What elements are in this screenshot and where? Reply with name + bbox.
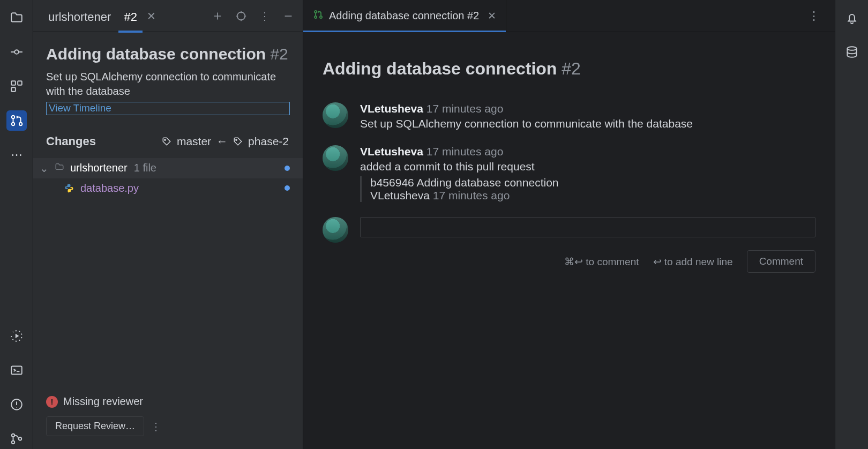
more-icon[interactable]: ⋯: [6, 145, 27, 165]
bell-icon[interactable]: [842, 8, 862, 28]
svg-rect-1: [11, 81, 16, 85]
close-icon[interactable]: ✕: [488, 10, 496, 22]
avatar: [323, 217, 348, 243]
modified-dot-icon: [285, 166, 290, 171]
left-rail: ⋯: [0, 0, 33, 449]
terminal-icon[interactable]: [6, 360, 27, 380]
svg-point-11: [18, 437, 21, 440]
missing-reviewer-notice: ! Missing reviewer: [46, 392, 290, 416]
pr-title-text: Adding database connection: [46, 45, 266, 63]
pull-request-icon: [313, 9, 324, 23]
modified-dot-icon: [285, 185, 290, 191]
sidebar-kebab-icon[interactable]: ⋮: [255, 6, 275, 26]
database-icon[interactable]: [842, 42, 862, 62]
file-count: 1 file: [134, 162, 156, 174]
svg-point-10: [11, 441, 14, 444]
target-icon[interactable]: [231, 6, 251, 26]
comment-input[interactable]: [360, 217, 815, 237]
svg-rect-7: [11, 366, 22, 374]
warning-icon: !: [46, 396, 58, 408]
sidebar-minimize-icon[interactable]: [278, 6, 298, 26]
source-branch: phase-2: [248, 135, 289, 148]
comment-hint: ⌘↩ to comment: [564, 256, 639, 268]
event-author[interactable]: VLetusheva: [360, 145, 423, 158]
newline-hint: ↩ to add new line: [653, 256, 733, 268]
svg-rect-3: [11, 87, 16, 92]
svg-point-4: [11, 116, 14, 118]
problems-icon[interactable]: [6, 394, 27, 415]
tree-file-row[interactable]: database.py: [33, 178, 303, 198]
svg-point-6: [19, 123, 21, 125]
event-body-text: added a commit to this pull request: [360, 160, 815, 173]
event-body-text: Set up SQLAlchemy connection to communic…: [360, 117, 815, 130]
footer-kebab-icon[interactable]: ⋮: [151, 420, 161, 433]
view-timeline-link[interactable]: View Timeline: [46, 102, 290, 115]
pull-request-icon[interactable]: [6, 110, 27, 131]
svg-point-18: [847, 47, 856, 50]
branches-indicator: master ← phase-2: [162, 135, 289, 148]
commit-message: Adding database connection: [416, 176, 558, 189]
avatar: [323, 102, 348, 128]
sidebar-tabs: urlshortener #2 ✕ ⋮: [33, 0, 303, 32]
changes-heading: Changes: [46, 134, 96, 148]
timeline-event: VLetusheva 17 minutes ago Set up SQLAlch…: [323, 102, 815, 130]
svg-point-13: [164, 139, 166, 140]
changes-tree: ⌄ urlshortener 1 file database.py: [33, 158, 303, 198]
pr-description: Set up SQLAlchemy connection to communic…: [46, 70, 290, 99]
structure-icon[interactable]: [6, 76, 27, 96]
svg-point-14: [236, 139, 237, 140]
sidebar-tab-project[interactable]: urlshortener: [43, 2, 116, 31]
run-icon[interactable]: [6, 326, 27, 346]
sidebar-tab-close[interactable]: ✕: [145, 10, 158, 23]
svg-point-9: [11, 434, 14, 437]
editor-tabs-kebab-icon[interactable]: ⋮: [793, 0, 835, 32]
pr-main-title: Adding database connection #2: [323, 59, 815, 79]
folder-name: urlshortener: [70, 162, 128, 174]
commit-reference: b456946 Adding database connection VLetu…: [360, 176, 815, 202]
pr-sidebar: urlshortener #2 ✕ ⋮ Adding database conn…: [33, 0, 303, 449]
svg-point-5: [11, 123, 14, 125]
commit-when: 17 minutes ago: [433, 189, 510, 201]
event-author[interactable]: VLetusheva: [360, 102, 423, 115]
svg-rect-2: [18, 81, 22, 85]
commit-author-link[interactable]: VLetusheva: [370, 189, 430, 201]
pr-title: Adding database connection #2: [46, 44, 290, 64]
sidebar-tab-pr[interactable]: #2: [118, 2, 142, 33]
comment-row: [323, 217, 815, 243]
pr-main-title-number: #2: [562, 59, 581, 78]
file-name: database.py: [80, 182, 139, 194]
tree-folder-row[interactable]: ⌄ urlshortener 1 file: [33, 158, 303, 178]
chevron-down-icon: ⌄: [40, 162, 49, 175]
right-rail: [835, 0, 868, 449]
editor-tab-pr[interactable]: Adding database connection #2 ✕: [303, 0, 506, 32]
editor-tab-label: Adding database connection #2: [329, 10, 479, 22]
pr-main-title-text: Adding database connection: [323, 59, 557, 78]
sidebar-tab-pr-label: #2: [124, 10, 137, 24]
avatar: [323, 145, 348, 171]
svg-point-16: [315, 16, 317, 18]
svg-point-17: [320, 16, 322, 18]
target-branch: master: [177, 135, 211, 148]
tag-icon: [233, 137, 243, 146]
vcs-icon[interactable]: [6, 429, 27, 449]
new-pr-icon[interactable]: [207, 6, 228, 26]
timeline-event: VLetusheva 17 minutes ago added a commit…: [323, 145, 815, 202]
arrow-left-icon: ←: [216, 135, 228, 148]
event-when: 17 minutes ago: [426, 102, 504, 115]
missing-reviewer-text: Missing reviewer: [63, 395, 143, 408]
commit-hash-link[interactable]: b456946: [370, 176, 414, 189]
main-panel: Adding database connection #2 ✕ ⋮ Adding…: [303, 0, 835, 449]
commit-icon[interactable]: [6, 42, 27, 62]
request-review-button[interactable]: Request Review…: [46, 416, 144, 436]
editor-tabs: Adding database connection #2 ✕ ⋮: [303, 0, 835, 32]
sidebar-body: Adding database connection #2 Set up SQL…: [33, 32, 303, 449]
svg-point-12: [237, 12, 245, 20]
event-when: 17 minutes ago: [426, 145, 504, 158]
comment-actions: ⌘↩ to comment ↩ to add new line Comment: [323, 250, 815, 273]
svg-point-15: [315, 11, 317, 13]
pr-content: Adding database connection #2 VLetusheva…: [303, 32, 835, 449]
comment-button[interactable]: Comment: [747, 250, 815, 273]
project-icon[interactable]: [6, 8, 27, 28]
svg-point-0: [14, 50, 19, 54]
pr-number: #2: [270, 45, 288, 63]
